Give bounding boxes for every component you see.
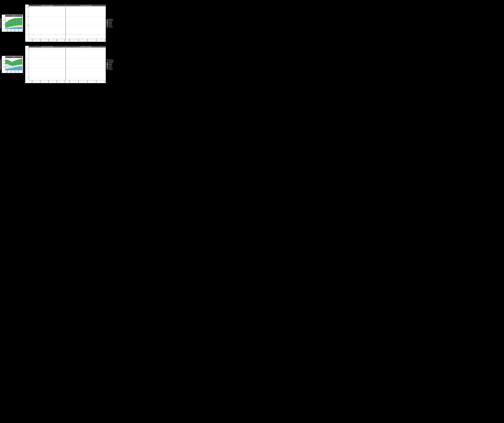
x-tick-label: 2020 — [7, 29, 8, 31]
bar — [8, 19, 9, 29]
bar — [12, 60, 13, 70]
bar-segment-municipal — [7, 28, 8, 29]
legend-row2: agriculturedesalinationelectricityindust… — [106, 46, 117, 83]
bar-segment-industry — [14, 66, 15, 67]
x-tick-label: 2040 — [78, 39, 79, 41]
x-tick-label: 2060 — [14, 29, 15, 31]
legend-swatch — [107, 25, 108, 26]
bar-segment-industry — [8, 68, 9, 68]
legend-item-mining: mining — [107, 67, 117, 68]
bar-segment-industry — [14, 26, 15, 27]
bar-segment-electricity — [9, 65, 10, 67]
legend-label: mining — [108, 67, 111, 68]
bar-segment-agriculture — [19, 59, 20, 65]
bar-segment-municipal — [21, 27, 22, 29]
bar — [9, 18, 10, 29]
legend-swatch — [107, 61, 108, 62]
x-tick-label: 2040 — [78, 80, 79, 82]
bar-segment-agriculture — [19, 18, 19, 25]
x-tick-label: 2080 — [18, 29, 19, 31]
bar-segment-municipal — [6, 28, 7, 29]
plot-area: 010020030020202040206020802100 — [5, 58, 22, 70]
bar — [10, 60, 11, 70]
facet-strip: ssp5 — [5, 56, 22, 58]
bar-segment-municipal — [18, 27, 18, 29]
bar — [9, 59, 10, 70]
legend-item-industry: industry — [107, 64, 117, 65]
y-tick-label: -4 — [28, 68, 29, 69]
x-tick-label: 2060 — [48, 39, 49, 41]
panel-withdraw-hotter: rcp85hotter_hdcd_diffAbs 202020402060208… — [66, 46, 106, 83]
bar-segment-municipal — [12, 68, 13, 70]
bar-segment-agriculture — [6, 22, 7, 28]
bar-segment-municipal — [6, 29, 6, 29]
x-tick-label: 2080 — [96, 80, 97, 82]
legend-label: livestock — [108, 65, 112, 67]
bar-segment-agriculture — [19, 59, 19, 65]
y-axis-label-withdraw: watWithdrawBySec — [0, 59, 1, 70]
bar-segment-agriculture — [9, 61, 10, 65]
legend-item-livestock: livestock — [107, 23, 117, 24]
bar-segment-agriculture — [20, 18, 21, 25]
panel-withdraw-ssp5: ssp5 010020030020202040206020802100 — [2, 56, 23, 73]
y-tick-label: 50 — [4, 24, 5, 25]
legend-swatch — [107, 67, 108, 68]
bar-segment-agriculture — [11, 19, 12, 26]
small-holder: watWithdrawBySec ssp5 010020030020202040… — [0, 56, 23, 73]
bar — [17, 18, 18, 29]
legend-swatch — [107, 62, 108, 64]
small-holder: watConsumBySec ssp5 05010020202040206020… — [0, 15, 23, 32]
bar-segment-agriculture — [20, 59, 21, 65]
x-tick-label: 2080 — [56, 39, 57, 41]
bar-segment-agriculture — [18, 59, 18, 65]
legend-label: electricity — [108, 62, 113, 64]
bar-segment-industry — [19, 26, 19, 27]
bar — [15, 18, 16, 29]
big-holder: rcp85cooler_hdcd_diffAbs -6-4-2020202040… — [23, 46, 121, 83]
bar — [14, 18, 15, 29]
bar — [7, 59, 8, 70]
bar — [6, 59, 6, 70]
bar-segment-municipal — [12, 28, 13, 29]
bar-segment-agriculture — [10, 19, 11, 27]
bar-segment-municipal — [15, 28, 16, 29]
bar-segment-municipal — [10, 68, 11, 70]
bar-segment-agriculture — [14, 61, 15, 66]
bar-segment-electricity — [13, 66, 14, 66]
bar-segment-municipal — [13, 28, 14, 29]
bar-segment-municipal — [20, 27, 21, 29]
legend-item-municipal: municipal — [107, 26, 117, 28]
y-tick-label: 100 — [3, 20, 5, 21]
bar-segment-agriculture — [16, 18, 17, 26]
bar-segment-industry — [12, 67, 13, 68]
bar-segment-industry — [17, 26, 18, 27]
bar — [14, 59, 15, 70]
bar-segment-municipal — [10, 28, 11, 29]
plot-area: 20202040206020802100 — [66, 47, 106, 80]
bar — [21, 59, 22, 70]
x-tick-label: 2080 — [18, 70, 19, 73]
bar — [10, 18, 11, 29]
bar — [19, 17, 19, 29]
bar — [13, 60, 14, 70]
legend-label: industry — [108, 22, 112, 23]
bar-segment-municipal — [18, 67, 18, 70]
bar-segment-agriculture — [21, 18, 22, 25]
x-tick-label: 2020 — [32, 39, 33, 41]
legend-item-industry: industry — [107, 22, 117, 23]
y-tick-label: 0.6 — [27, 7, 29, 8]
legend-swatch — [107, 23, 108, 24]
row-consumption: watConsumBySec ssp5 05010020202040206020… — [0, 5, 121, 42]
bar-segment-agriculture — [7, 60, 8, 64]
bar-segment-agriculture — [14, 18, 15, 26]
bar-segment-municipal — [19, 27, 20, 29]
bar-segment-industry — [20, 65, 21, 66]
bar-segment-industry — [13, 66, 14, 67]
bar — [6, 20, 6, 29]
bar-segment-municipal — [15, 67, 16, 70]
bar-segment-agriculture — [6, 59, 7, 64]
x-tick-label: 2100 — [105, 80, 106, 82]
facet-strip: ssp5 — [5, 15, 22, 17]
bar — [7, 19, 8, 29]
bar-segment-industry — [15, 26, 16, 27]
